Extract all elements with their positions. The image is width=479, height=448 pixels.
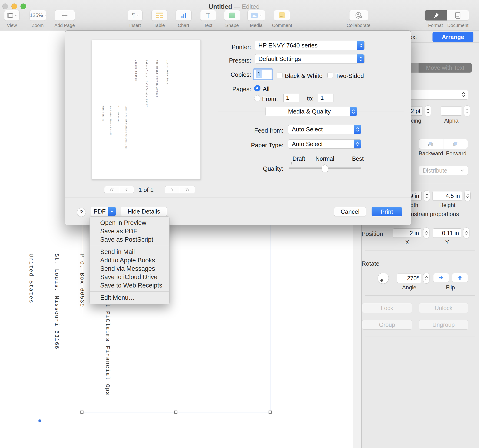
selection-handle-bottom-center[interactable] <box>174 411 177 414</box>
last-page-button[interactable] <box>180 186 195 193</box>
table-button[interactable] <box>151 10 167 21</box>
ungroup-button[interactable]: Ungroup <box>419 320 468 330</box>
menu-item-save-to-icloud-drive[interactable]: Save to iCloud Drive <box>90 273 169 281</box>
slider-tick <box>358 162 358 164</box>
tab-arrange[interactable]: Arrange <box>432 32 473 42</box>
position-y-stepper[interactable] <box>463 227 469 238</box>
pages-from-input[interactable]: 1 <box>283 94 299 102</box>
backward-button[interactable] <box>419 139 443 149</box>
two-sided-checkbox[interactable] <box>327 73 333 78</box>
angle-field[interactable]: 270° <box>397 274 421 283</box>
hide-details-button[interactable]: Hide Details <box>121 207 167 216</box>
menu-item-send-in-mail[interactable]: Send in Mail <box>90 248 169 256</box>
flip-vertical-button[interactable] <box>452 273 468 282</box>
quality-tick-label-best: Best <box>344 155 372 162</box>
sidebar-divider <box>365 337 475 337</box>
copies-input[interactable]: 1 <box>254 69 272 79</box>
pdf-menu-chevron[interactable] <box>108 207 116 216</box>
previous-page-button[interactable] <box>119 186 134 193</box>
pages-from-radio[interactable] <box>254 95 260 101</box>
insert-button[interactable]: ¶ <box>128 10 143 21</box>
pages-all-radio[interactable] <box>254 85 260 91</box>
menu-item-save-to-web-receipts[interactable]: Save to Web Receipts <box>90 281 169 290</box>
pdf-menu-button[interactable]: PDF <box>91 207 116 216</box>
menu-item-open-in-preview[interactable]: Open in Preview <box>90 219 169 227</box>
next-page-button[interactable] <box>165 186 180 193</box>
close-window-button[interactable] <box>2 3 8 9</box>
printer-dropdown[interactable]: HP ENVY 7640 series <box>255 41 365 50</box>
rotation-knob[interactable] <box>378 273 389 284</box>
window-titlebar-toolbar: Untitled — Edited View 125% Zoom Add Pag… <box>0 0 479 30</box>
feed-from-dropdown[interactable]: Auto Select <box>288 125 361 134</box>
backward-label: Backward <box>419 150 443 157</box>
zoom-window-button[interactable] <box>20 3 26 9</box>
quality-slider-thumb[interactable] <box>322 164 328 172</box>
constrain-proportions-label[interactable]: Constrain proportions <box>403 211 459 217</box>
media-label: Media <box>250 23 263 28</box>
group-button[interactable]: Group <box>362 320 412 330</box>
print-button[interactable]: Print <box>372 207 402 216</box>
selection-handle-bottom-right[interactable] <box>269 411 272 414</box>
page-indicator: 1 of 1 <box>138 186 153 194</box>
cancel-button[interactable]: Cancel <box>334 207 366 216</box>
anchor-pin[interactable] <box>38 419 41 426</box>
printer-label: Printer: <box>232 43 251 51</box>
comment-button[interactable] <box>274 10 290 21</box>
spacing-stepper[interactable] <box>425 105 431 116</box>
comment-note-icon <box>279 12 285 19</box>
view-button[interactable] <box>4 10 20 21</box>
angle-stepper[interactable] <box>423 273 429 284</box>
menu-item-save-as-pdf[interactable]: Save as PDF <box>90 227 169 235</box>
shape-icon <box>229 13 235 18</box>
sidebar-divider <box>365 295 475 296</box>
minimize-window-button[interactable] <box>11 3 17 9</box>
position-y-field[interactable]: 0.11 in <box>433 228 461 238</box>
media-button[interactable] <box>247 10 265 21</box>
menu-item-edit-menu[interactable]: Edit Menu… <box>90 294 169 302</box>
add-page-button[interactable] <box>55 10 75 21</box>
preview-recipient-address: Liberty Mutual PiClaims Financial Ops P.… <box>96 106 132 150</box>
copies-label: Copies: <box>231 71 251 78</box>
alpha-field[interactable] <box>441 106 462 116</box>
help-button[interactable]: ? <box>77 208 86 217</box>
print-options-section-dropdown[interactable]: Media & Quality <box>265 107 357 116</box>
selection-handle-bottom-left[interactable] <box>80 411 83 414</box>
document-button[interactable] <box>447 10 469 20</box>
chevron-down-icon <box>136 14 139 16</box>
zoom-dropdown[interactable]: 125% <box>30 10 46 21</box>
position-x-field[interactable]: 2 in <box>393 228 421 238</box>
inspector-toggle-segmented <box>425 10 469 21</box>
pages-to-input[interactable]: 1 <box>318 94 333 102</box>
first-page-button[interactable] <box>104 186 119 193</box>
selection-border-left <box>82 218 82 412</box>
menu-item-send-via-messages[interactable]: Send via Messages <box>90 264 169 273</box>
position-x-stepper[interactable] <box>423 227 429 238</box>
unlock-button[interactable]: Unlock <box>419 303 468 313</box>
collaborate-button[interactable] <box>349 10 368 21</box>
plus-icon <box>62 12 68 19</box>
chevron-down-icon <box>460 169 464 172</box>
presets-dropdown[interactable]: Default Settings <box>255 54 365 64</box>
two-sided-label: Two-Sided <box>335 72 364 80</box>
print-preview-page: Lions Auto Body 400 Mount Vernon Avenue … <box>92 40 201 180</box>
width-stepper[interactable] <box>424 190 430 201</box>
height-field[interactable]: 4.5 in <box>432 191 462 201</box>
text-button[interactable]: T <box>200 10 216 21</box>
double-chevron-left-icon <box>109 188 114 191</box>
paper-type-dropdown[interactable]: Auto Select <box>288 139 361 149</box>
menu-item-add-to-apple-books[interactable]: Add to Apple Books <box>90 256 169 264</box>
format-button[interactable] <box>425 10 447 20</box>
move-with-text-segment[interactable]: Move with Text <box>419 63 472 73</box>
shape-button[interactable] <box>224 10 240 21</box>
height-stepper[interactable] <box>464 190 471 201</box>
black-white-checkbox[interactable] <box>277 73 283 78</box>
menu-separator <box>90 246 169 246</box>
distribute-dropdown[interactable]: Distribute <box>419 166 468 175</box>
alpha-stepper[interactable] <box>464 105 470 116</box>
menu-item-save-as-postscript[interactable]: Save as PostScript <box>90 235 169 244</box>
document-icon <box>455 12 460 19</box>
forward-button[interactable] <box>443 139 468 149</box>
flip-horizontal-button[interactable] <box>433 273 449 282</box>
chart-button[interactable] <box>176 10 192 21</box>
lock-button[interactable]: Lock <box>362 303 412 313</box>
